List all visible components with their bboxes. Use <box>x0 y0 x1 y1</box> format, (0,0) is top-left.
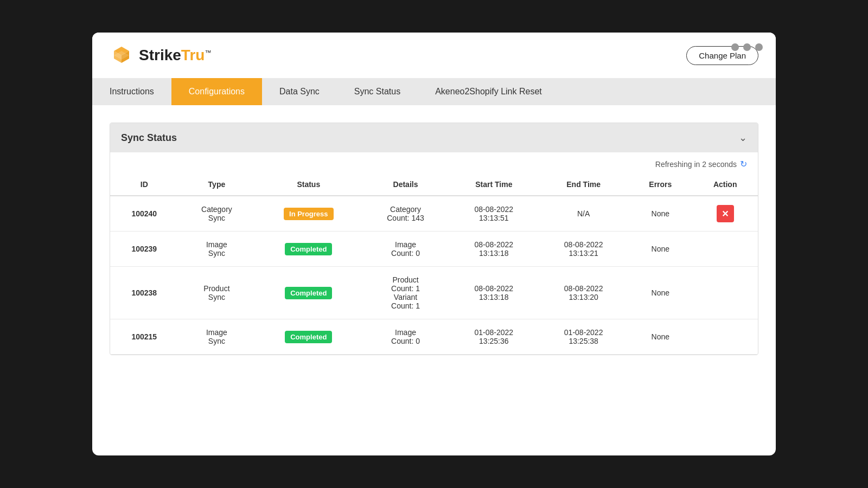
logo-text: StrikeTru™ <box>139 47 211 64</box>
cell-errors: None <box>628 232 692 267</box>
window-dot-3 <box>755 43 763 51</box>
cell-details: ImageCount: 0 <box>362 319 449 355</box>
cell-status: Completed <box>255 267 362 319</box>
cell-type: ImageSync <box>178 319 256 355</box>
logo-tm: ™ <box>205 49 211 56</box>
cell-id: 100238 <box>110 267 178 319</box>
cell-end-time: 08-08-202213:13:21 <box>539 232 628 267</box>
cell-action: ✕ <box>692 196 758 232</box>
cell-start-time: 08-08-202213:13:18 <box>449 267 539 319</box>
sync-status-card: Sync Status ⌄ Refreshing in 2 seconds ↻ … <box>110 123 758 355</box>
status-badge: Completed <box>285 243 332 255</box>
main-window: StrikeTru™ Change Plan Instructions Conf… <box>92 33 776 455</box>
cell-id: 100239 <box>110 232 178 267</box>
nav-item-akeneo-link-reset[interactable]: Akeneo2Shopify Link Reset <box>418 78 559 105</box>
col-header-status: Status <box>255 174 362 196</box>
col-header-errors: Errors <box>628 174 692 196</box>
cell-id: 100240 <box>110 196 178 232</box>
cell-errors: None <box>628 319 692 355</box>
refresh-icon[interactable]: ↻ <box>740 159 747 169</box>
cell-type: ProductSync <box>178 267 256 319</box>
cell-details: ImageCount: 0 <box>362 232 449 267</box>
cell-action <box>692 267 758 319</box>
nav-item-configurations[interactable]: Configurations <box>171 78 262 105</box>
cell-end-time: 08-08-202213:13:20 <box>539 267 628 319</box>
col-header-id: ID <box>110 174 178 196</box>
navigation: Instructions Configurations Data Sync Sy… <box>92 78 776 105</box>
sync-status-header[interactable]: Sync Status ⌄ <box>110 123 758 152</box>
table-row: 100215 ImageSync Completed ImageCount: 0… <box>110 319 758 355</box>
nav-item-instructions[interactable]: Instructions <box>92 78 171 105</box>
cell-start-time: 08-08-202213:13:51 <box>449 196 539 232</box>
col-header-type: Type <box>178 174 256 196</box>
delete-action-button[interactable]: ✕ <box>717 205 734 222</box>
window-dot-2 <box>743 43 751 51</box>
cell-start-time: 01-08-202213:25:36 <box>449 319 539 355</box>
cell-status: Completed <box>255 232 362 267</box>
cell-status: In Progress <box>255 196 362 232</box>
cell-end-time: 01-08-202213:25:38 <box>539 319 628 355</box>
cell-details: ProductCount: 1VariantCount: 1 <box>362 267 449 319</box>
col-header-details: Details <box>362 174 449 196</box>
main-content: Sync Status ⌄ Refreshing in 2 seconds ↻ … <box>92 105 776 373</box>
cell-type: ImageSync <box>178 232 256 267</box>
status-badge: In Progress <box>284 208 334 220</box>
cell-action <box>692 232 758 267</box>
cell-action <box>692 319 758 355</box>
col-header-end-time: End Time <box>539 174 628 196</box>
window-dot-1 <box>731 43 739 51</box>
cell-errors: None <box>628 267 692 319</box>
cell-id: 100215 <box>110 319 178 355</box>
table-header-row: ID Type Status Details Start Time End Ti… <box>110 174 758 196</box>
cell-start-time: 08-08-202213:13:18 <box>449 232 539 267</box>
nav-item-sync-status[interactable]: Sync Status <box>337 78 418 105</box>
refresh-bar: Refreshing in 2 seconds ↻ <box>110 152 758 174</box>
col-header-action: Action <box>692 174 758 196</box>
status-badge: Completed <box>285 331 332 343</box>
chevron-down-icon: ⌄ <box>739 132 747 144</box>
sync-status-title: Sync Status <box>121 132 177 144</box>
table-row: 100240 CategorySync In Progress Category… <box>110 196 758 232</box>
table-row: 100238 ProductSync Completed ProductCoun… <box>110 267 758 319</box>
cell-end-time: N/A <box>539 196 628 232</box>
window-controls <box>731 43 763 51</box>
table-row: 100239 ImageSync Completed ImageCount: 0… <box>110 232 758 267</box>
status-badge: Completed <box>285 287 332 299</box>
cell-status: Completed <box>255 319 362 355</box>
cell-details: CategoryCount: 143 <box>362 196 449 232</box>
logo-area: StrikeTru™ <box>110 43 211 67</box>
sync-table: ID Type Status Details Start Time End Ti… <box>110 174 758 355</box>
cell-errors: None <box>628 196 692 232</box>
cell-type: CategorySync <box>178 196 256 232</box>
refresh-text: Refreshing in 2 seconds <box>655 160 737 169</box>
nav-item-data-sync[interactable]: Data Sync <box>262 78 337 105</box>
logo-icon <box>110 43 133 67</box>
col-header-start-time: Start Time <box>449 174 539 196</box>
header: StrikeTru™ Change Plan <box>92 33 776 78</box>
